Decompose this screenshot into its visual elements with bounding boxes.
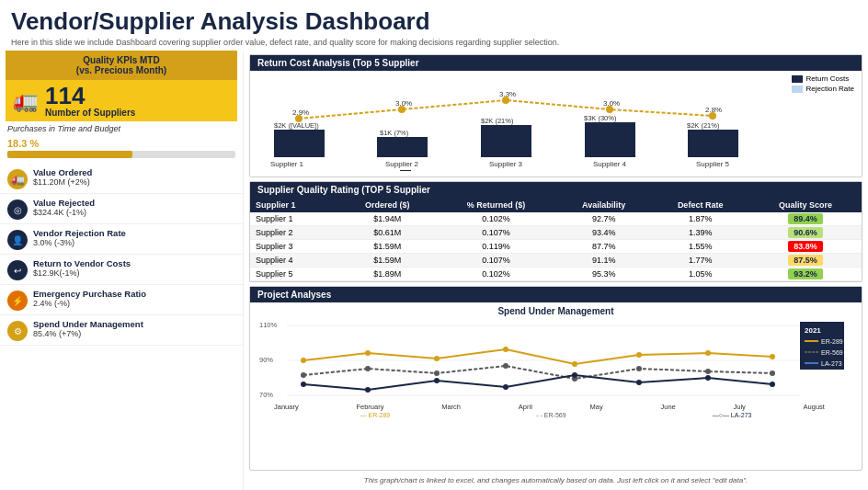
x-label-may: May	[590, 403, 603, 411]
project-chart-svg: 110% 90% 70%	[257, 318, 846, 401]
cell-score: 87.5%	[749, 254, 862, 268]
score-badge: 87.5%	[788, 255, 823, 266]
er289-line	[303, 349, 772, 364]
line-val-2: 3.0%	[395, 99, 412, 108]
footer-note: This graph/chart is linked to excel, and…	[249, 474, 862, 486]
kpi-val-rejection-rate: 3.0% (-3%)	[33, 238, 235, 247]
er289-point	[705, 350, 711, 356]
la273-point	[301, 382, 306, 387]
supplier-label-4: Supplier 4	[593, 160, 627, 168]
y-label-90: 90%	[259, 356, 273, 364]
legend-rejection-rate: Rejection Rate	[792, 85, 854, 93]
page-title: Vendor/Supplier Analysis Dashboard	[11, 7, 857, 36]
kpi-item-value-rejected: ◎ Value Rejected $324.4K (-1%)	[0, 194, 243, 224]
content-area: Quality KPIs MTD(vs. Precious Month) 🚛 1…	[0, 51, 868, 490]
bar-supplier5	[688, 130, 738, 157]
left-panel: Quality KPIs MTD(vs. Precious Month) 🚛 1…	[0, 51, 244, 490]
bottom-legend-line-label: Rejection Rate	[508, 170, 550, 171]
return-cost-section: Return Cost Analysis (Top 5 Supplier Ret…	[249, 54, 862, 177]
er569-point	[770, 370, 775, 376]
cell-defect: 1.05%	[651, 268, 749, 281]
table-row: Supplier 4 $1.59M 0.107% 91.1% 1.77% 87.…	[250, 254, 862, 268]
er569-point	[434, 370, 440, 376]
er569-point	[503, 363, 508, 369]
header: Vendor/Supplier Analysis Dashboard Here …	[0, 0, 868, 51]
kpi-text-value-ordered: Value Ordered $11.20M (+2%)	[33, 167, 235, 187]
table-header-row: Supplier 1 Ordered ($) % Returned ($) Av…	[250, 198, 862, 212]
er289-point	[301, 358, 306, 363]
return-costs-icon: ↩	[7, 260, 28, 280]
chart-legend: Return Costs Rejection Rate	[792, 74, 854, 93]
kpi-name-value-rejected: Value Rejected	[33, 198, 235, 208]
bar-supplier1	[274, 130, 325, 157]
legend-er289-label: ER-289	[821, 338, 843, 345]
cell-score: 89.4%	[749, 212, 862, 226]
supplier-label-2: Supplier 2	[385, 160, 419, 168]
cell-score: 83.8%	[749, 240, 862, 254]
project-chart-title: Spend Under Management	[257, 306, 854, 316]
score-badge: 83.8%	[788, 241, 823, 252]
table-row: Supplier 1 $1.94M 0.102% 92.7% 1.87% 89.…	[250, 212, 862, 226]
legend-la273-label: LA-273	[821, 360, 842, 367]
cell-availability: 91.1%	[556, 254, 651, 268]
cell-defect: 1.39%	[651, 226, 749, 240]
la273-line	[303, 375, 772, 390]
quality-section: Supplier Quality Rating (TOP 5 Supplier …	[249, 181, 862, 282]
la273-point	[770, 382, 775, 387]
x-label-jul: July	[734, 403, 746, 411]
cell-ordered: $1.59M	[339, 240, 436, 254]
kpi-text-emergency-ratio: Emergency Purchase Ratio 2.4% (-%)	[33, 289, 235, 308]
value-rejected-icon: ◎	[7, 199, 28, 220]
cell-ordered: $0.61M	[339, 226, 436, 240]
supplier-label-5: Supplier 5	[696, 160, 730, 168]
cell-defect: 1.87%	[651, 212, 749, 226]
supplier-count-number: 114	[45, 84, 135, 108]
bar-val-4: $3K (30%)	[584, 114, 617, 122]
la273-point	[705, 375, 711, 381]
kpi-header-text: Quality KPIs MTD(vs. Precious Month)	[13, 55, 230, 75]
cell-name: Supplier 4	[250, 254, 339, 268]
progress-value: 18.3 %	[7, 138, 235, 149]
cell-defect: 1.55%	[651, 240, 749, 254]
kpi-items: 🚛 Value Ordered $11.20M (+2%) ◎ Value Re…	[0, 162, 243, 486]
cell-ordered: $1.89M	[339, 268, 436, 281]
col-defect: Defect Rate	[651, 198, 749, 212]
emergency-ratio-icon: ⚡	[7, 291, 28, 311]
spend-management-icon: ⚙	[7, 321, 28, 341]
x-label-feb: February	[356, 403, 383, 411]
kpi-val-value-ordered: $11.20M (+2%)	[33, 177, 235, 187]
kpi-name-emergency-ratio: Emergency Purchase Ratio	[33, 289, 235, 299]
quality-table-body: Supplier 1 $1.94M 0.102% 92.7% 1.87% 89.…	[250, 212, 862, 281]
kpi-val-value-rejected: $324.4K (-1%)	[33, 208, 235, 217]
er289-point	[572, 361, 577, 367]
col-score: Quality Score	[749, 198, 862, 212]
line-val-5: 2.8%	[705, 106, 722, 114]
score-badge: 93.2%	[788, 268, 823, 279]
series-label-er289: — ER-289	[360, 412, 391, 418]
cell-returned: 0.119%	[436, 240, 556, 254]
bar-val-3: $2K (21%)	[481, 117, 514, 125]
table-row: Supplier 2 $0.61M 0.107% 93.4% 1.39% 90.…	[250, 226, 862, 240]
cell-returned: 0.107%	[436, 226, 556, 240]
x-label-aug: August	[804, 403, 825, 411]
x-label-apr: April	[519, 403, 532, 411]
right-panel: Return Cost Analysis (Top 5 Supplier Ret…	[244, 51, 868, 490]
rejection-rate-icon: 👤	[7, 230, 28, 250]
bottom-legend-bar	[400, 170, 411, 171]
score-badge: 90.6%	[788, 227, 823, 238]
progress-container: 18.3 %	[7, 138, 235, 158]
project-content: Spend Under Management 110% 90% 70%	[250, 302, 862, 485]
cell-name: Supplier 1	[250, 212, 339, 226]
la273-point	[365, 387, 371, 393]
cell-score: 93.2%	[749, 268, 862, 281]
supplier-label-1: Supplier 1	[270, 160, 304, 168]
table-row: Supplier 3 $1.59M 0.119% 87.7% 1.55% 83.…	[250, 240, 862, 254]
supplier-count-text: 114 Number of Suppliers	[45, 84, 135, 118]
return-cost-chart-area: Return Costs Rejection Rate	[250, 71, 862, 177]
supplier-label-3: Supplier 3	[489, 160, 523, 168]
legend-return-costs: Return Costs	[792, 74, 854, 83]
legend-er569-label: ER-569	[821, 349, 843, 356]
kpi-val-return-costs: $12.9K(-1%)	[33, 268, 235, 278]
er569-point	[301, 372, 306, 378]
cell-name: Supplier 5	[250, 268, 339, 281]
